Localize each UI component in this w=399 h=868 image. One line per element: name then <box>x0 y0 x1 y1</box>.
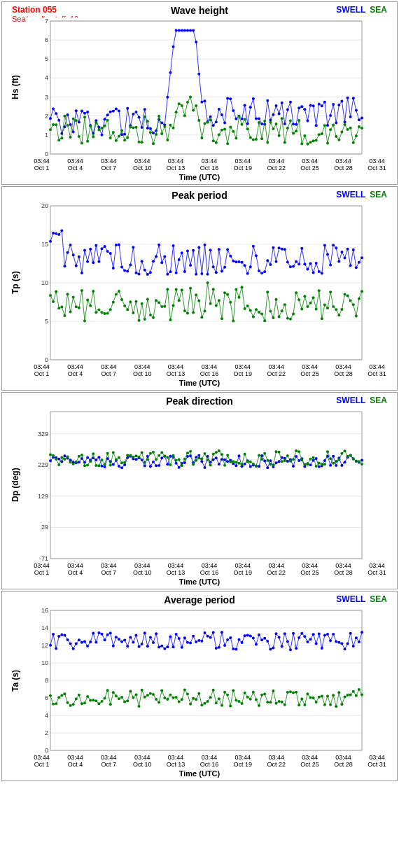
x-tick-label: 03:44Oct 28 <box>328 158 359 172</box>
x-tick-label: 03:44Oct 22 <box>260 754 292 768</box>
x-tick-label: 03:44Oct 19 <box>227 754 258 768</box>
x-tick-label: 03:44Oct 4 <box>59 158 91 172</box>
x-tick-label: 03:44Oct 19 <box>227 158 258 172</box>
x-tick-label: 03:44Oct 7 <box>93 158 125 172</box>
x-ticks-avg-period: 03:44Oct 103:44Oct 403:44Oct 703:44Oct 1… <box>5 754 394 768</box>
x-axis-label-avg-period: Time (UTC) <box>5 769 394 778</box>
legend-sea-peak-period: SEA <box>370 190 387 200</box>
x-tick-label: 03:44Oct 16 <box>193 363 225 377</box>
chart-peak-period: Peak periodSWELLSEATp (s)03:44Oct 103:44… <box>1 186 398 391</box>
legend-sea-peak-direction: SEA <box>370 396 387 405</box>
x-tick-label: 03:44Oct 28 <box>328 754 359 768</box>
y-axis-label-avg-period: Ta (s) <box>5 607 26 754</box>
y-axis-label-peak-direction: Dp (deg) <box>5 408 26 562</box>
chart-peak-direction: Peak directionSWELLSEADp (deg)03:44Oct 1… <box>1 392 398 589</box>
x-tick-label: 03:44Oct 31 <box>361 363 393 377</box>
x-tick-label: 03:44Oct 25 <box>294 158 326 172</box>
x-tick-label: 03:44Oct 16 <box>193 754 225 768</box>
x-tick-label: 03:44Oct 7 <box>93 562 125 576</box>
x-tick-label: 03:44Oct 19 <box>227 562 258 576</box>
x-tick-label: 03:44Oct 31 <box>361 562 393 576</box>
x-tick-label: 03:44Oct 1 <box>26 363 57 377</box>
x-tick-label: 03:44Oct 1 <box>26 562 57 576</box>
x-tick-label: 03:44Oct 28 <box>328 363 359 377</box>
x-tick-label: 03:44Oct 4 <box>59 562 91 576</box>
x-ticks-peak-period: 03:44Oct 103:44Oct 403:44Oct 703:44Oct 1… <box>5 363 394 377</box>
legend-swell-wave-height: SWELL <box>336 5 365 15</box>
x-tick-label: 03:44Oct 10 <box>127 754 158 768</box>
chart-wave-height: Station 055Sea/swell cutoff: 10sWave hei… <box>1 1 398 185</box>
x-tick-label: 03:44Oct 4 <box>59 363 91 377</box>
x-tick-label: 03:44Oct 22 <box>260 562 292 576</box>
x-tick-label: 03:44Oct 13 <box>160 562 192 576</box>
x-tick-label: 03:44Oct 28 <box>328 562 359 576</box>
x-ticks-wave-height: 03:44Oct 103:44Oct 403:44Oct 703:44Oct 1… <box>5 158 394 172</box>
x-tick-label: 03:44Oct 13 <box>160 363 192 377</box>
x-tick-label: 03:44Oct 7 <box>93 754 125 768</box>
x-tick-label: 03:44Oct 4 <box>59 754 91 768</box>
x-tick-label: 03:44Oct 10 <box>127 158 158 172</box>
chart-avg-period: Average periodSWELLSEATa (s)03:44Oct 103… <box>1 591 398 781</box>
chart-canvas-peak-direction <box>26 408 369 562</box>
x-tick-label: 03:44Oct 1 <box>26 754 57 768</box>
x-axis-label-peak-period: Time (UTC) <box>5 379 394 387</box>
x-tick-label: 03:44Oct 31 <box>361 158 393 172</box>
x-tick-label: 03:44Oct 25 <box>294 363 326 377</box>
y-axis-label-wave-height: Hs (ft) <box>5 18 26 158</box>
chart-title-peak-period: Peak period <box>172 190 227 201</box>
x-tick-label: 03:44Oct 31 <box>361 754 393 768</box>
x-tick-label: 03:44Oct 22 <box>260 158 292 172</box>
legend-swell-avg-period: SWELL <box>336 594 365 604</box>
legend-swell-peak-direction: SWELL <box>336 396 365 405</box>
x-tick-label: 03:44Oct 25 <box>294 562 326 576</box>
x-tick-label: 03:44Oct 13 <box>160 754 192 768</box>
chart-title-peak-direction: Peak direction <box>166 396 233 407</box>
station-name: Station 055 <box>12 5 57 15</box>
chart-title-avg-period: Average period <box>164 594 234 606</box>
x-tick-label: 03:44Oct 19 <box>227 363 258 377</box>
x-tick-label: 03:44Oct 10 <box>127 363 158 377</box>
x-tick-label: 03:44Oct 25 <box>294 754 326 768</box>
legend-sea-wave-height: SEA <box>370 5 387 15</box>
x-tick-label: 03:44Oct 7 <box>93 363 125 377</box>
x-axis-label-wave-height: Time (UTC) <box>5 173 394 181</box>
x-tick-label: 03:44Oct 13 <box>160 158 192 172</box>
x-tick-label: 03:44Oct 22 <box>260 363 292 377</box>
chart-canvas-wave-height <box>26 18 369 158</box>
chart-canvas-peak-period <box>26 202 369 363</box>
x-tick-label: 03:44Oct 1 <box>26 158 57 172</box>
x-tick-label: 03:44Oct 16 <box>193 562 225 576</box>
x-tick-label: 03:44Oct 16 <box>193 158 225 172</box>
legend-swell-peak-period: SWELL <box>336 190 365 200</box>
y-axis-label-peak-period: Tp (s) <box>5 202 26 363</box>
x-ticks-peak-direction: 03:44Oct 103:44Oct 403:44Oct 703:44Oct 1… <box>5 562 394 576</box>
legend-sea-avg-period: SEA <box>370 594 387 604</box>
x-axis-label-peak-direction: Time (UTC) <box>5 578 394 586</box>
x-tick-label: 03:44Oct 10 <box>127 562 158 576</box>
chart-canvas-avg-period <box>26 607 369 754</box>
chart-title-wave-height: Wave height <box>171 5 228 16</box>
